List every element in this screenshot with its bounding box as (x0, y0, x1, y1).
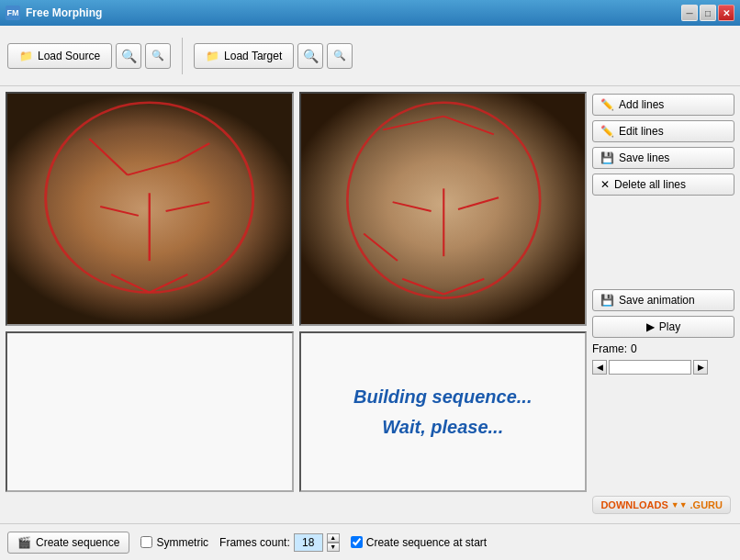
save-lines-button[interactable]: 💾 Save lines (592, 147, 734, 169)
create-sequence-button[interactable]: 🎬 Create sequence (7, 532, 129, 554)
frames-spin-up[interactable]: ▲ (327, 533, 340, 543)
building-box: Building sequence... Wait, please... (299, 331, 588, 492)
add-lines-button[interactable]: ✏️ Add lines (592, 94, 734, 116)
zoom-out-icon: 🔍 (151, 50, 164, 62)
delete-icon: ✕ (600, 178, 610, 191)
target-face-lines (301, 94, 586, 324)
downloads-watermark: DOWNLOADS ▼▼ .GURU (592, 496, 731, 514)
left-column: Building sequence... Wait, please... (6, 92, 587, 518)
symmetric-checkbox[interactable] (140, 536, 152, 548)
load-source-button[interactable]: 📁 Load Source (7, 43, 112, 69)
target-image-container (299, 92, 588, 326)
source-image-container (6, 92, 294, 326)
play-icon: ▶ (646, 320, 655, 333)
create-icon: 🎬 (17, 536, 31, 549)
target-zoom-in-button[interactable]: 🔍 (297, 43, 323, 69)
save-anim-icon: 💾 (600, 294, 614, 307)
minimize-button[interactable]: ─ (681, 5, 698, 21)
frames-count-label: Frames count: (219, 536, 290, 549)
svg-line-11 (443, 117, 494, 135)
maximize-button[interactable]: □ (700, 5, 716, 21)
svg-line-6 (166, 202, 210, 211)
side-spacer (592, 200, 734, 285)
symmetric-label[interactable]: Symmetric (140, 536, 208, 549)
frames-count-input[interactable] (294, 533, 323, 552)
frames-spin-buttons: ▲ ▼ (327, 533, 340, 552)
title-bar: FM Free Morphing ─ □ ✕ (0, 0, 740, 26)
frame-forward-button[interactable]: ▶ (693, 360, 708, 375)
bottom-bar: 🎬 Create sequence Symmetric Frames count… (0, 523, 740, 560)
svg-line-3 (177, 143, 210, 162)
title-bar-controls: ─ □ ✕ (681, 5, 734, 21)
load-target-button[interactable]: 📁 Load Target (194, 43, 294, 69)
pencil-icon: ✏️ (600, 98, 614, 111)
zoom-out-target-icon: 🔍 (333, 50, 346, 62)
target-zoom-out-button[interactable]: 🔍 (327, 43, 353, 69)
frame-value: 0 (631, 342, 637, 355)
bottom-split: Building sequence... Wait, please... (6, 331, 587, 492)
toolbar-divider (182, 38, 183, 74)
title-bar-left: FM Free Morphing (6, 6, 102, 20)
source-face-lines (7, 94, 292, 324)
play-button[interactable]: ▶ Play (592, 316, 734, 338)
downloads-text: DOWNLOADS (600, 499, 667, 510)
create-sequence-at-start-checkbox[interactable] (351, 536, 363, 548)
target-face (301, 94, 586, 324)
toolbar: 📁 Load Source 🔍 🔍 📁 Load Target 🔍 🔍 (0, 26, 740, 86)
frame-slider-track[interactable] (609, 360, 691, 375)
svg-line-1 (89, 139, 128, 174)
building-line1: Building sequence... (353, 386, 532, 408)
source-face (7, 94, 292, 324)
edit-lines-button[interactable]: ✏️ Edit lines (592, 120, 734, 142)
main-content: 📁 Load Source 🔍 🔍 📁 Load Target 🔍 🔍 (0, 26, 740, 560)
frame-row: Frame: 0 (592, 342, 734, 355)
create-sequence-at-start-label[interactable]: Create sequence at start (351, 536, 487, 549)
folder-icon-target: 📁 (206, 50, 219, 62)
close-button[interactable]: ✕ (718, 5, 734, 21)
images-row (6, 92, 587, 326)
side-panel: ✏️ Add lines ✏️ Edit lines 💾 Save lines … (592, 92, 734, 518)
source-toolbar-section: 📁 Load Source 🔍 🔍 (7, 43, 171, 69)
source-zoom-out-button[interactable]: 🔍 (145, 43, 171, 69)
target-toolbar-section: 📁 Load Target 🔍 🔍 (194, 43, 353, 69)
frame-label: Frame: (592, 342, 627, 355)
folder-icon: 📁 (19, 50, 33, 62)
zoom-in-icon: 🔍 (121, 49, 137, 63)
downloads-arrow-icon: ▼▼ (671, 500, 688, 510)
preview-box (6, 331, 294, 492)
downloads-suffix: .GURU (690, 499, 723, 510)
app-icon: FM (6, 6, 20, 20)
content-area: Building sequence... Wait, please... ✏️ … (0, 86, 740, 523)
zoom-in-target-icon: 🔍 (303, 49, 319, 63)
svg-line-5 (100, 207, 139, 216)
edit-icon: ✏️ (600, 125, 614, 138)
svg-line-15 (364, 234, 398, 262)
source-zoom-in-button[interactable]: 🔍 (116, 43, 141, 69)
delete-all-lines-button[interactable]: ✕ Delete all lines (592, 174, 734, 196)
frame-slider-area: ◀ ▶ (592, 360, 734, 375)
building-line2: Wait, please... (382, 417, 503, 438)
frames-count-group: Frames count: ▲ ▼ (219, 533, 340, 552)
svg-line-2 (128, 162, 177, 175)
svg-line-14 (458, 197, 499, 209)
save-animation-button[interactable]: 💾 Save animation (592, 289, 734, 311)
frame-back-button[interactable]: ◀ (592, 360, 607, 375)
app-title: Free Morphing (26, 6, 102, 19)
save-lines-icon: 💾 (600, 151, 614, 164)
svg-line-13 (392, 202, 431, 211)
frames-spin-down[interactable]: ▼ (327, 543, 340, 552)
